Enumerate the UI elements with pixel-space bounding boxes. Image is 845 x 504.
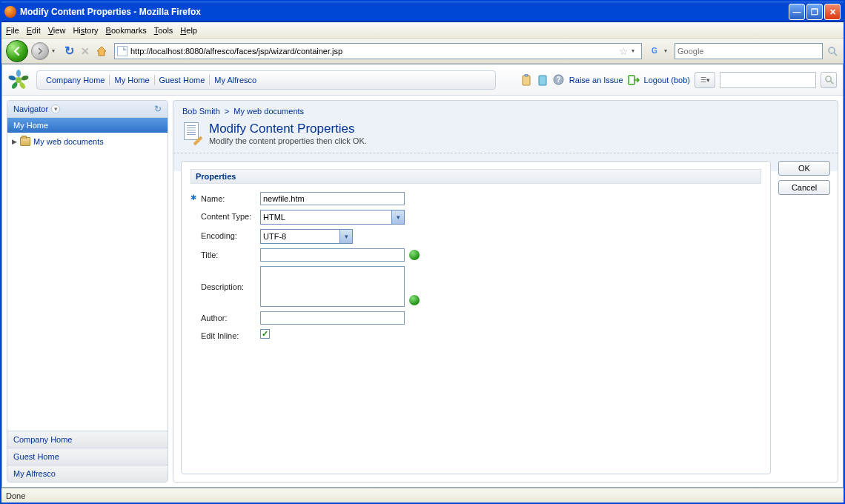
input-author[interactable] (260, 311, 405, 325)
page-title: Modify Content Properties (209, 122, 367, 136)
select-encoding[interactable]: UTF-8 (260, 229, 353, 244)
app-search-input[interactable] (720, 72, 816, 88)
back-button[interactable] (6, 40, 28, 62)
input-title[interactable] (260, 248, 405, 262)
label-description: Description: (201, 266, 260, 291)
stop-button[interactable]: ✕ (79, 44, 92, 58)
search-go-button[interactable] (826, 44, 839, 58)
logout-link[interactable]: Logout (bob) (644, 76, 690, 84)
svg-line-15 (830, 81, 833, 84)
menu-view[interactable]: View (48, 26, 66, 35)
menu-tools[interactable]: Tools (154, 26, 173, 35)
nav-guest-home[interactable]: Guest Home (155, 73, 210, 87)
menu-history[interactable]: History (73, 26, 98, 35)
forward-button[interactable] (31, 42, 49, 60)
minimize-button[interactable]: — (789, 4, 805, 20)
sidebar-collapse[interactable]: ▾ (51, 105, 60, 113)
ok-button[interactable]: OK (778, 161, 830, 176)
search-bar[interactable] (675, 43, 823, 59)
magnify-icon (827, 46, 838, 56)
page-icon (117, 46, 127, 56)
menubar: File Edit View History Bookmarks Tools H… (1, 22, 844, 39)
sidebar: Navigator ▾ ↻ My Home ▶ My web documents… (7, 100, 168, 483)
sidebar-header: Navigator ▾ ↻ (7, 101, 168, 118)
tree-expand-icon[interactable]: ▶ (12, 138, 17, 145)
label-name: Name: (201, 192, 260, 203)
clipboard-icon[interactable] (520, 74, 532, 86)
sidebar-selected[interactable]: My Home (7, 118, 168, 133)
reload-button[interactable]: ↻ (62, 44, 76, 58)
svg-rect-13 (629, 76, 634, 84)
globe-icon[interactable] (409, 250, 420, 260)
nav-my-home[interactable]: My Home (110, 73, 153, 87)
page-subtitle: Modify the content properties then click… (209, 136, 367, 145)
globe-icon[interactable] (409, 295, 420, 305)
search-input[interactable] (677, 47, 820, 56)
app-body: Navigator ▾ ↻ My Home ▶ My web documents… (2, 96, 843, 487)
page-content: Company Home My Home Guest Home My Alfre… (1, 64, 844, 488)
firefox-icon (4, 6, 16, 18)
svg-point-2 (16, 77, 21, 83)
tree-item-my-web-documents[interactable]: ▶ My web documents (12, 136, 163, 147)
view-selector[interactable]: ☰▾ (695, 72, 715, 88)
breadcrumb-item[interactable]: My web documents (233, 107, 304, 116)
label-edit-inline: Edit Inline: (201, 329, 260, 340)
sidebar-title: Navigator (13, 105, 48, 113)
app-search-button[interactable] (821, 72, 837, 88)
bookmark-star-icon[interactable]: ☆ (619, 45, 629, 57)
history-dropdown[interactable]: ▾ (52, 47, 59, 54)
sidebar-refresh-icon[interactable]: ↻ (154, 104, 162, 114)
search-engine-icon[interactable]: G (648, 44, 661, 58)
page-header: Modify Content Properties Modify the con… (173, 119, 838, 153)
svg-rect-10 (539, 76, 546, 85)
menu-file[interactable]: File (6, 26, 19, 35)
sidebar-link-guest-home[interactable]: Guest Home (7, 448, 168, 465)
url-bar[interactable]: ☆ ▾ (114, 43, 642, 59)
label-encoding: Encoding: (201, 229, 260, 240)
nav-my-alfresco[interactable]: My Alfresco (210, 73, 261, 87)
input-name[interactable] (260, 192, 405, 205)
label-author: Author: (201, 311, 260, 322)
label-content-type: Content Type: (201, 210, 260, 221)
section-title: Properties (190, 169, 761, 184)
svg-rect-9 (525, 74, 528, 76)
svg-line-1 (834, 53, 837, 56)
maximize-button[interactable]: ❐ (806, 4, 823, 20)
arrow-left-icon (12, 46, 22, 56)
statusbar: Done (1, 488, 844, 503)
sidebar-link-my-alfresco[interactable]: My Alfresco (7, 465, 168, 482)
menu-bookmarks[interactable]: Bookmarks (106, 26, 147, 35)
properties-panel: Properties ✱ Name: Content Type: HTML (181, 161, 771, 474)
search-engine-dropdown[interactable]: ▾ (664, 47, 672, 54)
checkbox-edit-inline[interactable]: ✓ (260, 329, 270, 339)
svg-point-7 (8, 74, 16, 81)
cancel-button[interactable]: Cancel (778, 180, 830, 195)
svg-rect-8 (523, 76, 530, 85)
breadcrumb-item[interactable]: Bob Smith (182, 107, 220, 116)
arrow-right-icon (36, 47, 44, 55)
url-dropdown[interactable]: ▾ (632, 47, 639, 54)
magnify-icon (824, 75, 834, 84)
svg-text:?: ? (557, 76, 561, 84)
url-input[interactable] (130, 47, 616, 56)
menu-help[interactable]: Help (180, 26, 197, 35)
sidebar-link-company-home[interactable]: Company Home (7, 431, 168, 448)
toolbar: ▾ ↻ ✕ ☆ ▾ G ▾ (1, 39, 844, 64)
breadcrumb: Bob Smith > My web documents (173, 101, 838, 119)
home-button[interactable] (95, 44, 108, 58)
status-text: Done (6, 491, 25, 500)
user-icon[interactable] (537, 74, 549, 86)
main-panel: Bob Smith > My web documents Modify Cont… (173, 100, 838, 483)
raise-issue-link[interactable]: Raise an Issue (569, 76, 623, 84)
input-description[interactable] (260, 266, 405, 307)
window-title: Modify Content Properties - Mozilla Fire… (20, 7, 789, 17)
help-icon[interactable]: ? (553, 74, 565, 86)
app-nav: Company Home My Home Guest Home My Alfre… (36, 70, 496, 90)
menu-edit[interactable]: Edit (27, 26, 41, 35)
svg-point-0 (829, 47, 835, 53)
close-button[interactable]: ✕ (824, 4, 841, 20)
svg-point-14 (825, 76, 830, 82)
titlebar: Modify Content Properties - Mozilla Fire… (1, 1, 844, 22)
select-content-type[interactable]: HTML (260, 210, 405, 225)
nav-company-home[interactable]: Company Home (42, 73, 109, 87)
